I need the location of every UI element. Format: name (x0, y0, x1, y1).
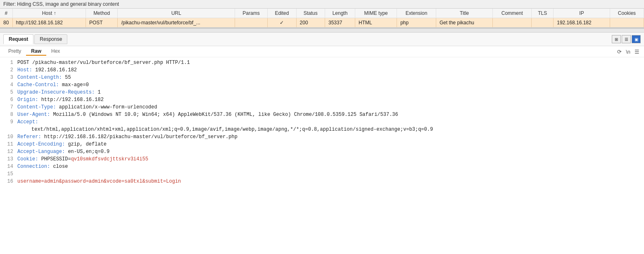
line-num-8: 8 (3, 111, 13, 118)
code-line-11: 11 Accept-Encoding: gzip, deflate (0, 141, 644, 148)
cell-ip: 192.168.16.182 (554, 18, 610, 28)
col-edited: Edited (268, 9, 296, 18)
line-content-1: POST /pikachu-master/vul/burteforce/bf_s… (17, 59, 641, 66)
code-line-14: 14 Connection: close (0, 163, 644, 170)
line-content-7: Content-Type: application/x-www-form-url… (17, 103, 641, 111)
table-header-row: # Host ↑ Method URL Params Edited Status… (0, 9, 644, 18)
code-line-13: 13 Cookie: PHPSESSID=qv10smkdfsvdcjttskr… (0, 155, 644, 163)
line-num-14: 14 (3, 163, 13, 170)
line-num-4: 4 (3, 81, 13, 89)
view-grid-icon[interactable]: ⊞ (612, 35, 621, 43)
col-title: Title (436, 9, 492, 18)
table-row[interactable]: 80 http://192.168.16.182 POST /pikachu-m… (0, 18, 644, 28)
cell-params (235, 18, 267, 28)
line-num-6: 6 (3, 96, 13, 103)
code-line-10: 10 Referer: http://192.168.16.182/pikach… (0, 133, 644, 141)
ln-icon[interactable]: \n (625, 48, 632, 55)
code-line-2: 2 Host: 192.168.16.182 (0, 66, 644, 74)
view-split-icon[interactable]: ▣ (632, 35, 641, 43)
line-num-10: 10 (3, 133, 13, 141)
line-content-5: Upgrade-Insecure-Requests: 1 (17, 89, 641, 96)
tab-response[interactable]: Response (34, 34, 67, 44)
filter-text: Filter: Hiding CSS, image and general bi… (3, 1, 119, 7)
col-mime: MIME type (355, 9, 397, 18)
line-num-9: 9 (3, 118, 13, 126)
col-status: Status (296, 9, 325, 18)
line-content-9-cont: text/html,application/xhtml+xml,applicat… (17, 126, 641, 133)
line-num-15: 15 (3, 170, 13, 178)
table-area: # Host ↑ Method URL Params Edited Status… (0, 9, 644, 28)
col-host: Host ↑ (12, 9, 86, 18)
code-line-4: 4 Cache-Control: max-age=0 (0, 81, 644, 89)
col-url: URL (118, 9, 235, 18)
col-comment: Comment (493, 9, 532, 18)
code-area[interactable]: 1 POST /pikachu-master/vul/burteforce/bf… (0, 57, 644, 233)
code-line-5: 5 Upgrade-Insecure-Requests: 1 (0, 89, 644, 96)
filter-bar: Filter: Hiding CSS, image and general bi… (0, 0, 644, 9)
sub-tab-icons: ⟳ \n ☰ (616, 48, 641, 55)
col-tls: TLS (532, 9, 554, 18)
line-content-15 (17, 170, 641, 178)
code-line-3: 3 Content-Length: 55 (0, 74, 644, 81)
line-num-3: 3 (3, 74, 13, 81)
cell-comment (493, 18, 532, 28)
cell-url: /pikachu-master/vul/burteforce/bf_... (118, 18, 235, 28)
line-num-13: 13 (3, 155, 13, 163)
line-num-1: 1 (3, 59, 13, 66)
line-content-11: Accept-Encoding: gzip, deflate (17, 141, 641, 148)
line-content-8: User-Agent: Mozilla/5.0 (Windows NT 10.0… (17, 111, 641, 118)
sub-tab-hex[interactable]: Hex (46, 47, 65, 56)
cell-status: 200 (296, 18, 325, 28)
line-num-7: 7 (3, 103, 13, 111)
line-content-13: Cookie: PHPSESSID=qv10smkdfsvdcjttskrv3i… (17, 155, 641, 163)
code-line-6: 6 Origin: http://192.168.16.182 (0, 96, 644, 103)
panel-header: Request Response ⊞ ☰ ▣ (0, 33, 644, 46)
col-method: Method (86, 9, 118, 18)
cell-num: 80 (0, 18, 12, 28)
line-content-12: Accept-Language: en-US,en;q=0.9 (17, 148, 641, 155)
line-content-10: Referer: http://192.168.16.182/pikachu-m… (17, 133, 641, 141)
cell-host: http://192.168.16.182 (12, 18, 86, 28)
cell-edited: ✓ (268, 18, 296, 28)
line-content-4: Cache-Control: max-age=0 (17, 81, 641, 89)
code-line-9-cont: text/html,application/xhtml+xml,applicat… (0, 126, 644, 133)
menu-icon[interactable]: ☰ (633, 48, 641, 55)
col-extension: Extension (397, 9, 436, 18)
cell-mime: HTML (355, 18, 397, 28)
line-content-14: Connection: close (17, 163, 641, 170)
line-num-9-cont (3, 126, 13, 133)
col-length: Length (325, 9, 355, 18)
line-num-2: 2 (3, 66, 13, 74)
line-num-11: 11 (3, 141, 13, 148)
panel-area: Request Response ⊞ ☰ ▣ Pretty Raw Hex ⟳ … (0, 33, 644, 233)
cell-length: 35337 (325, 18, 355, 28)
code-line-15: 15 (0, 170, 644, 178)
col-num: # (0, 9, 12, 18)
line-content-16: username=admin&password=admin&vcode=sa0t… (17, 178, 641, 185)
line-num-12: 12 (3, 148, 13, 155)
line-num-5: 5 (3, 89, 13, 96)
tab-request[interactable]: Request (3, 34, 33, 44)
sub-tab-pretty[interactable]: Pretty (3, 47, 26, 56)
code-line-9: 9 Accept: (0, 118, 644, 126)
panel-tabs: Request Response (3, 34, 67, 44)
code-line-8: 8 User-Agent: Mozilla/5.0 (Windows NT 10… (0, 111, 644, 118)
sub-tab-raw[interactable]: Raw (26, 47, 46, 56)
code-line-7: 7 Content-Type: application/x-www-form-u… (0, 103, 644, 111)
sub-tabs-row: Pretty Raw Hex ⟳ \n ☰ (0, 46, 644, 57)
col-cookies: Cookies (610, 9, 644, 18)
sub-tabs: Pretty Raw Hex (3, 47, 65, 56)
view-list-icon[interactable]: ☰ (622, 35, 631, 43)
line-content-2: Host: 192.168.16.182 (17, 66, 641, 74)
code-line-16: 16 username=admin&password=admin&vcode=s… (0, 178, 644, 185)
wrap-icon[interactable]: ⟳ (616, 48, 623, 55)
divider (0, 28, 644, 33)
view-icons: ⊞ ☰ ▣ (612, 35, 641, 43)
line-num-16: 16 (3, 178, 13, 185)
col-ip: IP (554, 9, 610, 18)
code-line-12: 12 Accept-Language: en-US,en;q=0.9 (0, 148, 644, 155)
requests-table: # Host ↑ Method URL Params Edited Status… (0, 9, 644, 27)
line-content-9: Accept: (17, 118, 641, 126)
cell-extension: php (397, 18, 436, 28)
line-content-6: Origin: http://192.168.16.182 (17, 96, 641, 103)
